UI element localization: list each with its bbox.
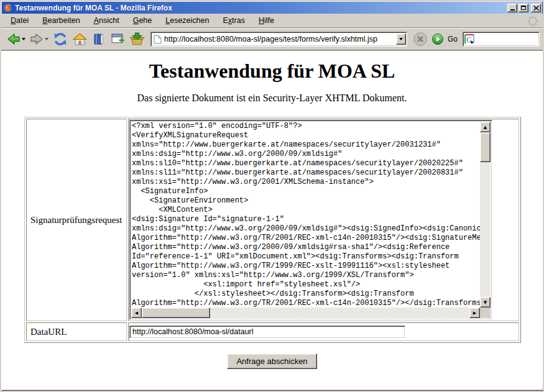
forward-button[interactable] <box>27 30 50 48</box>
downloads-icon <box>129 32 145 47</box>
throbber-icon <box>527 16 538 29</box>
go-label[interactable]: Go <box>448 35 458 43</box>
horizontal-scroll-thumb[interactable] <box>142 308 210 318</box>
home-icon <box>72 32 88 47</box>
title-bar[interactable]: Testanwendung für MOA SL - Mozilla Firef… <box>2 2 542 14</box>
url-text[interactable]: http://localhost:8080/moa-sl/pages/test/… <box>164 35 394 43</box>
forward-icon <box>29 32 44 47</box>
request-field-cell: <?xml version="1.0" encoding="UTF-8"?> <… <box>128 119 519 321</box>
close-icon <box>533 6 539 11</box>
reload-button[interactable] <box>50 29 70 49</box>
window-title: Testanwendung für MOA SL - Mozilla Firef… <box>15 4 505 12</box>
forward-dropdown-icon[interactable] <box>45 38 48 40</box>
scrollbar-corner <box>480 308 491 318</box>
menu-item-hilfe[interactable]: Hilfe <box>252 14 281 27</box>
new-window-button[interactable] <box>108 30 127 49</box>
horizontal-scroll-track[interactable] <box>142 308 469 318</box>
arrow-left-icon: ◀ <box>135 311 138 316</box>
stop-icon <box>413 32 428 47</box>
url-bar[interactable]: http://localhost:8080/moa-sl/pages/test/… <box>150 32 407 47</box>
bookmarks-button[interactable] <box>90 30 108 48</box>
search-box[interactable]: G <box>463 32 540 47</box>
stop-button <box>411 30 430 48</box>
new-window-icon <box>110 32 126 47</box>
dataurl-field-cell <box>128 322 519 341</box>
dataurl-row: DataURL <box>26 322 519 341</box>
page-icon <box>154 35 162 44</box>
browser-window: Testanwendung für MOA SL - Mozilla Firef… <box>0 0 544 392</box>
menu-bar: Datei Bearbeiten Ansicht Gehe Lesezeiche… <box>1 14 543 28</box>
home-button[interactable] <box>70 30 90 49</box>
arrow-right-icon: ▶ <box>473 311 476 316</box>
page-subtitle: Das signierte Dokument ist ein Security-… <box>1 93 543 104</box>
menu-item-datei[interactable]: Datei <box>4 14 35 27</box>
menu-item-bearbeiten[interactable]: Bearbeiten <box>35 14 86 27</box>
arrow-up-icon: ▲ <box>484 125 487 130</box>
vertical-scrollbar[interactable]: ▲ ▼ <box>480 122 491 308</box>
request-xml-content[interactable]: <?xml version="1.0" encoding="UTF-8"?> <… <box>132 122 480 308</box>
scroll-left-button[interactable]: ◀ <box>131 308 142 318</box>
menu-item-ansicht[interactable]: Ansicht <box>87 14 126 27</box>
dataurl-label: DataURL <box>26 322 127 341</box>
minimize-button[interactable] <box>507 4 517 12</box>
bookmarks-icon <box>91 32 106 47</box>
vertical-scroll-thumb[interactable] <box>480 132 491 162</box>
url-dropdown-button[interactable] <box>396 34 406 45</box>
maximize-icon <box>521 6 526 10</box>
menu-item-lesezeichen[interactable]: Lesezeichen <box>159 14 216 27</box>
minimize-icon <box>510 9 515 11</box>
reload-icon <box>52 31 68 47</box>
maximize-button[interactable] <box>519 4 528 12</box>
back-dropdown-icon[interactable] <box>22 38 25 40</box>
menu-item-gehe[interactable]: Gehe <box>126 14 159 27</box>
scroll-down-button[interactable]: ▼ <box>480 297 491 308</box>
request-form-table: Signaturprüfungsrequest <?xml version="1… <box>24 117 521 343</box>
go-icon <box>431 33 444 45</box>
dataurl-input[interactable] <box>129 326 405 339</box>
url-dropdown-icon <box>399 38 403 40</box>
downloads-button[interactable] <box>127 30 147 49</box>
request-label: Signaturprüfungsrequest <box>26 119 127 321</box>
vertical-scroll-track[interactable] <box>480 132 491 297</box>
page-content: Testanwendung für MOA SL Das signierte D… <box>1 50 543 390</box>
scroll-up-button[interactable]: ▲ <box>480 122 491 132</box>
back-button[interactable] <box>4 30 27 48</box>
back-icon <box>6 32 21 47</box>
navigation-toolbar: http://localhost:8080/moa-sl/pages/test/… <box>1 28 543 50</box>
firefox-icon <box>3 3 12 12</box>
page-title: Testanwendung für MOA SL <box>1 60 543 83</box>
arrow-down-icon: ▼ <box>484 300 487 305</box>
google-icon[interactable]: G <box>464 34 474 44</box>
close-button[interactable] <box>531 4 541 12</box>
menu-item-extras[interactable]: Extras <box>216 14 251 27</box>
search-input[interactable] <box>474 34 538 44</box>
horizontal-scrollbar[interactable]: ◀ ▶ <box>131 308 480 318</box>
request-row: Signaturprüfungsrequest <?xml version="1… <box>26 119 519 321</box>
go-button[interactable] <box>430 31 446 47</box>
submit-request-button[interactable]: Anfrage abschicken <box>227 353 316 369</box>
request-xml-textarea[interactable]: <?xml version="1.0" encoding="UTF-8"?> <… <box>129 120 492 320</box>
scroll-right-button[interactable]: ▶ <box>469 308 480 318</box>
